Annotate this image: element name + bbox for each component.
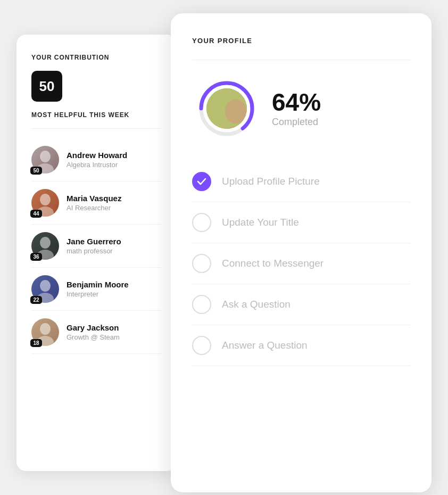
check-circle-2: [192, 254, 211, 273]
left-card: YOUR CONTRIBUTION 50 MOST HELPFUL THIS W…: [16, 35, 176, 471]
user-info: Gary Jackson Growth @ Steam: [67, 323, 120, 341]
user-role: math professor: [67, 247, 121, 255]
check-circle-1: [192, 213, 211, 232]
divider: [31, 128, 161, 129]
svg-point-8: [40, 323, 51, 335]
list-item: 36 Jane Guerrero math professor: [31, 225, 161, 268]
avatar-wrap: 18: [31, 318, 59, 346]
user-name: Gary Jackson: [67, 323, 120, 332]
avatar-wrap: 50: [31, 146, 59, 174]
check-label-3: Ask a Question: [222, 299, 291, 310]
checklist: Upload Profile Picture Update Your Title…: [192, 161, 410, 366]
check-circle-3: [192, 295, 211, 314]
user-score: 44: [30, 210, 42, 218]
user-score: 36: [30, 253, 42, 261]
user-name: Maria Vasquez: [67, 194, 121, 203]
completion-text: 64% Completed: [272, 90, 321, 128]
contribution-label: YOUR CONTRIBUTION: [31, 54, 161, 61]
user-role: Growth @ Steam: [67, 333, 120, 341]
checklist-item[interactable]: Upload Profile Picture: [192, 161, 410, 202]
progress-circle: [197, 79, 256, 138]
check-label-2: Connect to Messenger: [222, 258, 323, 269]
user-role: AI Researcher: [67, 204, 121, 212]
svg-point-0: [40, 151, 51, 162]
checklist-item[interactable]: Ask a Question: [192, 284, 410, 325]
user-info: Andrew Howard Algebra Intrustor: [67, 151, 127, 169]
user-role: Algebra Intrustor: [67, 161, 127, 169]
user-name: Jane Guerrero: [67, 237, 121, 246]
user-score: 22: [30, 296, 42, 304]
avatar-wrap: 22: [31, 275, 59, 303]
right-card: YOUR PROFILE: [171, 13, 432, 492]
user-score: 18: [30, 339, 42, 347]
helpful-label: MOST HELPFUL THIS WEEK: [31, 111, 161, 119]
list-item: 50 Andrew Howard Algebra Intrustor: [31, 138, 161, 182]
percent-value: 64%: [272, 90, 321, 114]
check-label-1: Update Your Title: [222, 217, 299, 228]
user-name: Benjamin Moore: [67, 280, 129, 289]
user-info: Jane Guerrero math professor: [67, 237, 121, 255]
user-list: 50 Andrew Howard Algebra Intrustor 44 Ma…: [31, 138, 161, 354]
completed-label: Completed: [272, 117, 321, 128]
user-role: Interpreter: [67, 290, 129, 298]
checklist-item[interactable]: Connect to Messenger: [192, 243, 410, 284]
user-score: 50: [30, 167, 42, 175]
check-circle-0: [192, 172, 211, 191]
profile-title: YOUR PROFILE: [192, 37, 410, 45]
score-badge: 50: [31, 71, 62, 102]
check-label-0: Upload Profile Picture: [222, 176, 320, 187]
checklist-item[interactable]: Update Your Title: [192, 202, 410, 243]
profile-divider: [192, 60, 410, 60]
svg-point-4: [40, 237, 51, 249]
user-info: Maria Vasquez AI Researcher: [67, 194, 121, 212]
checklist-item[interactable]: Answer a Question: [192, 325, 410, 366]
svg-point-2: [40, 194, 51, 205]
avatar-wrap: 44: [31, 189, 59, 217]
list-item: 18 Gary Jackson Growth @ Steam: [31, 311, 161, 354]
list-item: 44 Maria Vasquez AI Researcher: [31, 182, 161, 225]
list-item: 22 Benjamin Moore Interpreter: [31, 268, 161, 311]
avatar-wrap: 36: [31, 232, 59, 260]
check-label-4: Answer a Question: [222, 340, 308, 351]
user-name: Andrew Howard: [67, 151, 127, 160]
check-circle-4: [192, 336, 211, 355]
svg-point-13: [225, 99, 247, 123]
completion-row: 64% Completed: [192, 79, 410, 138]
svg-point-6: [40, 280, 51, 292]
user-info: Benjamin Moore Interpreter: [67, 280, 129, 298]
profile-avatar: [206, 88, 247, 129]
